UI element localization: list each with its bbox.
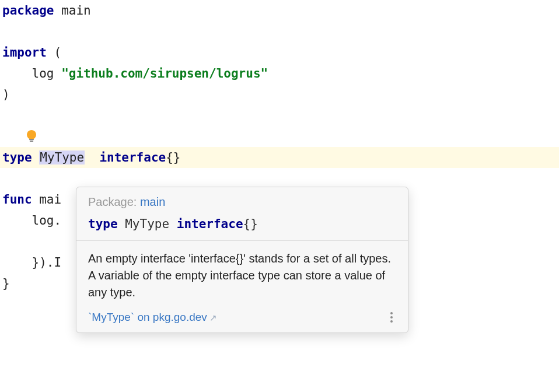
code-line-blank[interactable]	[0, 105, 559, 126]
import-alias: log	[32, 66, 62, 80]
quick-doc-popup[interactable]: Package: main type MyType interface{} An…	[76, 187, 408, 333]
code-line-blank[interactable]	[0, 21, 559, 42]
keyword-type: type	[2, 150, 32, 164]
code-line[interactable]: log "github.com/sirupsen/logrus"	[0, 63, 559, 84]
paren-open: (	[47, 46, 61, 60]
code-line-blank[interactable]	[0, 168, 559, 189]
paren-close: )	[2, 88, 10, 102]
brace-close: }	[2, 276, 10, 290]
code-line[interactable]: import (	[0, 42, 559, 63]
package-line: Package: main	[88, 195, 396, 209]
intention-bulb-icon[interactable]	[26, 130, 37, 144]
popup-footer: `MyType` on pkg.go.dev↗	[76, 307, 408, 332]
svg-point-0	[27, 130, 36, 139]
keyword-interface: interface	[99, 150, 166, 164]
space	[32, 150, 40, 164]
popup-header: Package: main type MyType interface{}	[76, 187, 408, 241]
package-label: Package:	[88, 195, 140, 208]
external-doc-link[interactable]: `MyType` on pkg.go.dev↗	[88, 311, 217, 324]
import-path: "github.com/sirupsen/logrus"	[61, 66, 268, 80]
space	[85, 150, 99, 164]
intention-bulb-row	[0, 126, 559, 147]
code-fragment: log.	[32, 214, 62, 228]
code-line[interactable]: package main	[0, 0, 559, 21]
keyword-interface: interface	[177, 217, 243, 231]
braces: {}	[166, 150, 180, 164]
keyword-type: type	[88, 217, 118, 231]
indent	[2, 256, 32, 270]
code-line[interactable]: )	[0, 84, 559, 105]
indent	[2, 66, 32, 80]
signature: type MyType interface{}	[88, 217, 396, 231]
svg-rect-1	[29, 139, 34, 140]
keyword-func: func	[2, 192, 32, 206]
keyword-import: import	[2, 46, 47, 60]
identifier-main: main	[54, 4, 91, 18]
code-line-highlighted[interactable]: type MyType interface{}	[0, 147, 559, 168]
indent	[2, 214, 32, 228]
code-fragment: }).I	[32, 256, 62, 270]
selected-identifier[interactable]: MyType	[39, 150, 85, 164]
svg-rect-2	[30, 141, 33, 142]
sig-name: MyType	[118, 217, 177, 231]
package-link[interactable]: main	[140, 195, 165, 208]
link-text: `MyType` on pkg.go.dev	[88, 311, 207, 323]
sig-braces: {}	[243, 217, 258, 231]
more-options-icon[interactable]	[385, 310, 399, 324]
external-link-icon: ↗	[209, 313, 217, 323]
identifier-partial: mai	[32, 192, 62, 206]
doc-text: An empty interface 'interface{}' stands …	[88, 252, 391, 299]
popup-body: An empty interface 'interface{}' stands …	[76, 241, 408, 307]
keyword-package: package	[2, 4, 54, 18]
